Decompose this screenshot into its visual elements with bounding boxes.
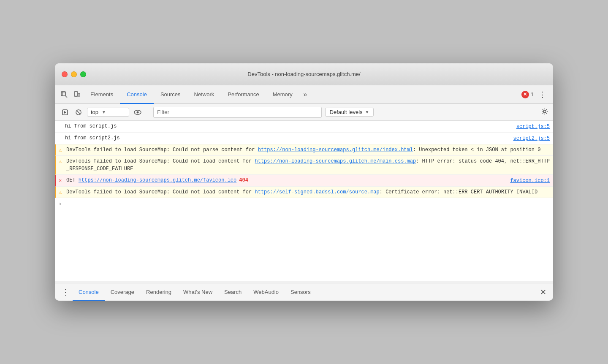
window-title: DevTools - non-loading-sourcemaps.glitch… <box>247 71 360 77</box>
context-selector[interactable]: top ▼ <box>87 108 129 117</box>
svg-line-1 <box>65 96 67 98</box>
drawer-tab-webaudio[interactable]: WebAudio <box>247 283 285 301</box>
drawer-tab-rendering[interactable]: Rendering <box>140 283 177 301</box>
drawer-tabs-bar: ⋮ Console Coverage Rendering What's New … <box>55 283 553 301</box>
inspect-element-button[interactable] <box>58 89 70 101</box>
device-toggle-button[interactable] <box>71 89 83 101</box>
svg-line-10 <box>77 111 80 114</box>
status-code: 404 <box>239 177 248 183</box>
tab-console[interactable]: Console <box>120 85 154 104</box>
tab-sources[interactable]: Sources <box>154 85 187 104</box>
prompt-caret-icon: › <box>58 201 62 207</box>
favicon-link[interactable]: https://non-loading-sourcemaps.glitch.me… <box>79 177 236 183</box>
more-tabs-button[interactable]: » <box>299 89 311 101</box>
error-icon: ✕ <box>521 91 529 98</box>
svg-point-6 <box>76 95 76 96</box>
console-row: hi from script.js script.js:5 <box>55 121 553 133</box>
error-badge[interactable]: ✕ 1 <box>521 91 534 98</box>
svg-point-13 <box>543 110 546 113</box>
tab-performance[interactable]: Performance <box>221 85 266 104</box>
drawer-tab-search[interactable]: Search <box>218 283 247 301</box>
svg-rect-0 <box>61 92 65 96</box>
console-row-warning: ⚠ DevTools failed to load SourceMap: Cou… <box>55 144 553 156</box>
source-map-link[interactable]: https://non-loading-sourcemaps.glitch.me… <box>255 158 416 164</box>
svg-rect-5 <box>78 93 80 96</box>
source-link[interactable]: script2.js:5 <box>513 134 550 142</box>
settings-button[interactable] <box>541 108 548 117</box>
console-row-error: ✕ GET https://non-loading-sourcemaps.gli… <box>55 175 553 187</box>
svg-point-12 <box>137 111 139 113</box>
console-prompt[interactable]: › <box>55 198 553 210</box>
source-map-link[interactable]: https://non-loading-sourcemaps.glitch.me… <box>258 147 413 153</box>
run-script-button[interactable] <box>60 107 70 117</box>
traffic-lights <box>62 71 86 77</box>
close-button[interactable] <box>62 71 68 77</box>
show-live-expressions-button[interactable] <box>133 107 143 117</box>
warning-icon: ⚠ <box>59 189 62 196</box>
console-output: hi from script.js script.js:5 hi from sc… <box>55 121 553 281</box>
drawer-tab-console[interactable]: Console <box>73 283 105 301</box>
source-link[interactable]: script.js:5 <box>516 122 550 130</box>
error-icon: ✕ <box>59 177 62 185</box>
tabs-bar: Elements Console Sources Network Perform… <box>55 85 553 104</box>
console-row: hi from script2.js script2.js:5 <box>55 133 553 144</box>
filter-input[interactable] <box>153 107 322 118</box>
devtools-menu-button[interactable]: ⋮ <box>535 88 550 101</box>
tab-memory[interactable]: Memory <box>266 85 299 104</box>
drawer-menu-button[interactable]: ⋮ <box>58 286 73 299</box>
warning-icon: ⚠ <box>59 147 62 154</box>
warning-icon: ⚠ <box>59 158 62 166</box>
drawer-tab-whats-new[interactable]: What's New <box>177 283 218 301</box>
drawer-tab-sensors[interactable]: Sensors <box>285 283 317 301</box>
minimize-button[interactable] <box>71 71 77 77</box>
maximize-button[interactable] <box>80 71 86 77</box>
console-toolbar: top ▼ Default levels ▼ <box>55 104 553 121</box>
tabs-right-controls: ✕ 1 ⋮ <box>521 88 550 101</box>
close-drawer-button[interactable]: ✕ <box>537 286 550 299</box>
title-bar: DevTools - non-loading-sourcemaps.glitch… <box>55 63 553 85</box>
tab-elements[interactable]: Elements <box>84 85 120 104</box>
drawer-tab-coverage[interactable]: Coverage <box>105 283 140 301</box>
clear-console-button[interactable] <box>73 107 84 117</box>
console-row-warning: ⚠ DevTools failed to load SourceMap: Cou… <box>55 156 553 175</box>
source-link[interactable]: favicon.ico:1 <box>510 177 550 185</box>
console-row-warning: ⚠ DevTools failed to load SourceMap: Cou… <box>55 187 553 198</box>
svg-marker-8 <box>64 111 66 114</box>
tab-network[interactable]: Network <box>187 85 221 104</box>
devtools-window: DevTools - non-loading-sourcemaps.glitch… <box>55 63 553 301</box>
source-map-link[interactable]: https://self-signed.badssl.com/source.ma… <box>255 189 379 195</box>
log-levels-selector[interactable]: Default levels ▼ <box>325 108 374 117</box>
